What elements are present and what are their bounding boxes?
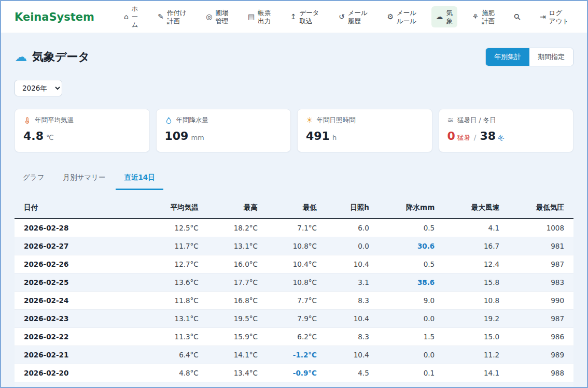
- app-window: KeinaSystem ⌂ホ ー ム✎作付け 計画◎圃場 管理▤帳票 出力↥デー…: [0, 0, 588, 388]
- main-content: ☁ 気象データ 年別集計 期間指定 2026年 年間平均気温 4.8 ℃: [1, 48, 587, 388]
- logout-icon: ⇥: [540, 12, 546, 22]
- cloud-icon: ☁: [436, 12, 443, 22]
- nav-item-label: 施肥 計画: [482, 9, 495, 25]
- raindrop-icon: [165, 117, 173, 124]
- cell-value: 12.4: [444, 255, 509, 274]
- nav-item-planting-plan[interactable]: ✎作付け 計画: [153, 6, 191, 27]
- table-row: 2026-02-216.4°C14.1°C-1.2°C10.40.011.298…: [15, 346, 573, 364]
- search-icon: ⚲: [511, 11, 523, 22]
- cell-value: 11.6°C: [208, 382, 267, 388]
- cell-value: 16.8°C: [208, 292, 267, 310]
- column-header: 平均気温: [143, 197, 208, 219]
- map-pin-icon: ◎: [206, 12, 212, 22]
- cell-value: 10.4: [326, 255, 379, 274]
- tab-bar: グラフ 月別サマリー 直近14日: [15, 168, 573, 190]
- winter-days-label: 冬: [498, 134, 505, 142]
- document-icon: ▤: [248, 12, 255, 22]
- tab-monthly-summary[interactable]: 月別サマリー: [54, 168, 114, 190]
- card-value: 4.8: [23, 130, 44, 142]
- cell-value: 0.5: [379, 255, 444, 274]
- cell-value: 14.1°C: [208, 346, 267, 364]
- nav-item-search[interactable]: ⚲: [510, 9, 525, 25]
- cell-value: 13.1°C: [143, 310, 208, 328]
- cell-value: 990: [509, 292, 573, 310]
- table-row: 2026-02-2812.5°C18.2°C7.1°C6.00.54.11008: [15, 219, 573, 237]
- heat-waves-icon: ≋: [447, 117, 454, 124]
- nav-item-field-management[interactable]: ◎圃場 管理: [201, 6, 233, 27]
- cell-value: 0.0: [379, 310, 444, 328]
- view-toggle: 年別集計 期間指定: [485, 48, 573, 66]
- cell-value: 6.4°C: [143, 346, 208, 364]
- column-header: 日照h: [326, 197, 379, 219]
- tab-graph[interactable]: グラフ: [15, 168, 52, 190]
- thermometer-icon: [23, 117, 31, 124]
- year-filter-row: 2026年: [15, 80, 573, 96]
- tab-recent-14-days[interactable]: 直近14日: [116, 168, 163, 190]
- table-row: 2026-02-2211.3°C15.9°C6.2°C8.31.515.0986: [15, 328, 573, 346]
- cell-value: 10.8°C: [267, 274, 326, 292]
- cell-value: 8.3: [326, 292, 379, 310]
- cell-value: 988: [509, 364, 573, 382]
- cell-value: 12.5°C: [143, 219, 208, 237]
- toggle-yearly-summary[interactable]: 年別集計: [486, 48, 529, 66]
- cell-value: 987: [509, 255, 573, 274]
- cell-value: 15.0: [444, 328, 509, 346]
- cell-value: 6.0: [326, 219, 379, 237]
- cell-value: 4.1: [444, 219, 509, 237]
- nav-item-weather[interactable]: ☁気 象: [431, 6, 458, 27]
- cell-value: 7.9°C: [267, 310, 326, 328]
- cell-date: 2026-02-20: [15, 364, 143, 382]
- cell-date: 2026-02-21: [15, 346, 143, 364]
- column-header: 最低気圧: [509, 197, 573, 219]
- nav-item-data-import[interactable]: ↥データ 取込: [286, 6, 324, 27]
- nav-item-report-output[interactable]: ▤帳票 出力: [243, 6, 275, 27]
- cell-value: 3.9°C: [143, 382, 208, 388]
- cell-value: 6.2°C: [267, 328, 326, 346]
- cell-value: -1.2°C: [267, 346, 326, 364]
- nav-item-mail-rules[interactable]: ⚙メール ルール: [382, 6, 421, 27]
- table-container: 日付平均気温最高最低日照h降水mm最大風速最低気圧 2026-02-2812.5…: [15, 197, 573, 388]
- column-header: 最大風速: [444, 197, 509, 219]
- nav-item-label: データ 取込: [299, 9, 319, 25]
- stat-card-avg-temp: 年間平均気温 4.8 ℃: [15, 109, 150, 152]
- nav-item-fertilizer-plan[interactable]: ⚘施肥 計画: [468, 6, 500, 27]
- cell-value: 0.5: [379, 219, 444, 237]
- cell-value: 4.5: [326, 364, 379, 382]
- cell-date: 2026-02-19: [15, 382, 143, 388]
- table-row: 2026-02-204.8°C13.4°C-0.9°C4.50.114.1988: [15, 364, 573, 382]
- pencil-icon: ✎: [158, 12, 164, 22]
- table-row: 2026-02-2411.8°C16.8°C7.7°C8.39.010.8990: [15, 292, 573, 310]
- column-header: 最低: [267, 197, 326, 219]
- cell-value: 4.8°C: [143, 364, 208, 382]
- stat-card-precipitation: 年間降水量 109 mm: [156, 109, 291, 152]
- cell-value: 14.1: [444, 364, 509, 382]
- cell-value: 981: [509, 237, 573, 255]
- nav-item-label: 帳票 出力: [258, 9, 271, 25]
- cell-value: 986: [509, 328, 573, 346]
- nav-item-logout[interactable]: ⇥ログ アウト: [535, 6, 573, 27]
- nav-item-home[interactable]: ⌂ホ ー ム: [119, 2, 143, 32]
- app-logo[interactable]: KeinaSystem: [15, 11, 94, 23]
- home-icon: ⌂: [124, 12, 129, 22]
- year-select[interactable]: 2026年: [15, 80, 62, 96]
- cell-value: 18.2°C: [208, 219, 267, 237]
- card-label: 年間平均気温: [35, 116, 74, 125]
- card-unit: mm: [191, 134, 204, 141]
- heat-days-label: 猛暑: [457, 134, 470, 142]
- toggle-period-select[interactable]: 期間指定: [529, 48, 573, 66]
- cloud-icon: ☁: [15, 51, 27, 63]
- cell-value: 3.1: [326, 274, 379, 292]
- winter-days-value: 38: [480, 130, 496, 142]
- table-row: 2026-02-2612.7°C16.0°C10.4°C10.40.512.49…: [15, 255, 573, 274]
- cell-value: 15.8: [444, 274, 509, 292]
- cell-value: 11.7°C: [143, 237, 208, 255]
- nav-item-mail-history[interactable]: ↺メール 履歴: [334, 6, 372, 27]
- page-header: ☁ 気象データ 年別集計 期間指定: [15, 48, 573, 66]
- column-header: 日付: [15, 197, 143, 219]
- nav-item-label: ホ ー ム: [132, 5, 138, 29]
- cell-value: 12.7°C: [143, 255, 208, 274]
- card-unit: ℃: [46, 134, 54, 141]
- column-header: 降水mm: [379, 197, 444, 219]
- nav-item-label: ログ アウト: [549, 9, 569, 25]
- cell-value: 1008: [509, 219, 573, 237]
